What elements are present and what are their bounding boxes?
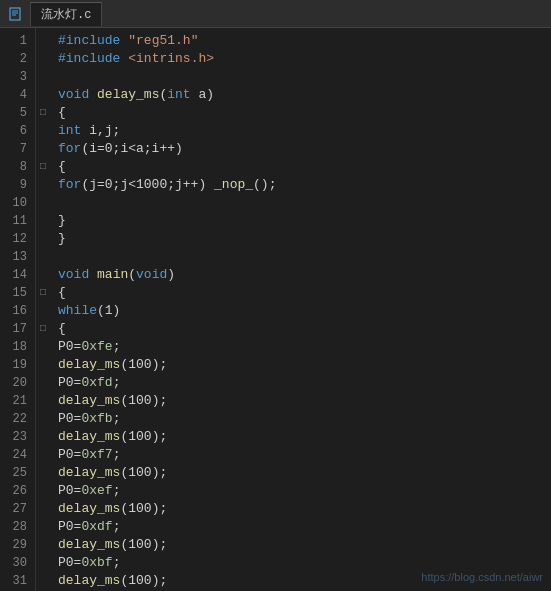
- line-number: 21: [0, 392, 35, 410]
- fold-marker: [36, 302, 50, 320]
- code-line: }: [58, 230, 551, 248]
- line-number: 5: [0, 104, 35, 122]
- fold-marker: [36, 32, 50, 50]
- fold-marker: [36, 338, 50, 356]
- code-line: delay_ms(100);: [58, 428, 551, 446]
- line-number: 27: [0, 500, 35, 518]
- code-line: }: [58, 212, 551, 230]
- code-line: #include <intrins.h>: [58, 50, 551, 68]
- line-number: 22: [0, 410, 35, 428]
- code-line: {: [58, 158, 551, 176]
- title-bar: 流水灯.c: [0, 0, 551, 28]
- code-line: P0=0xef;: [58, 482, 551, 500]
- line-number: 16: [0, 302, 35, 320]
- line-number: 2: [0, 50, 35, 68]
- fold-marker: [36, 122, 50, 140]
- line-number: 26: [0, 482, 35, 500]
- code-line: for(j=0;j<1000;j++) _nop_();: [58, 176, 551, 194]
- fold-marker: [36, 572, 50, 590]
- line-number: 4: [0, 86, 35, 104]
- fold-marker: [36, 464, 50, 482]
- code-line: delay_ms(100);: [58, 392, 551, 410]
- code-line: for(i=0;i<a;i++): [58, 140, 551, 158]
- tab[interactable]: 流水灯.c: [30, 2, 102, 26]
- code-line: P0=0xf7;: [58, 446, 551, 464]
- fold-marker: [36, 68, 50, 86]
- line-number: 15: [0, 284, 35, 302]
- line-number: 30: [0, 554, 35, 572]
- fold-gutter: □□□□□: [36, 28, 50, 591]
- fold-marker: [36, 428, 50, 446]
- fold-marker: [36, 518, 50, 536]
- fold-marker: [36, 194, 50, 212]
- code-area: #include "reg51.h"#include <intrins.h> v…: [50, 28, 551, 591]
- code-line: delay_ms(100);: [58, 536, 551, 554]
- line-number: 23: [0, 428, 35, 446]
- line-number: 6: [0, 122, 35, 140]
- fold-marker[interactable]: □: [36, 104, 50, 122]
- code-line: P0=0xbf;: [58, 554, 551, 572]
- line-number: 11: [0, 212, 35, 230]
- fold-marker: [36, 374, 50, 392]
- line-number: 28: [0, 518, 35, 536]
- fold-marker: [36, 554, 50, 572]
- code-line: {: [58, 284, 551, 302]
- line-number: 9: [0, 176, 35, 194]
- code-line: {: [58, 320, 551, 338]
- fold-marker: [36, 266, 50, 284]
- fold-marker[interactable]: □: [36, 158, 50, 176]
- line-number: 29: [0, 536, 35, 554]
- code-line: P0=0xdf;: [58, 518, 551, 536]
- line-number: 13: [0, 248, 35, 266]
- line-number: 31: [0, 572, 35, 590]
- line-number: 14: [0, 266, 35, 284]
- code-line: void main(void): [58, 266, 551, 284]
- fold-marker: [36, 482, 50, 500]
- code-line: #include "reg51.h": [58, 32, 551, 50]
- fold-marker: [36, 50, 50, 68]
- watermark: https://blog.csdn.net/aiwr: [421, 571, 543, 583]
- line-number: 12: [0, 230, 35, 248]
- line-number: 19: [0, 356, 35, 374]
- code-line: P0=0xfb;: [58, 410, 551, 428]
- code-line: void delay_ms(int a): [58, 86, 551, 104]
- fold-marker: [36, 176, 50, 194]
- line-number: 8: [0, 158, 35, 176]
- line-number: 7: [0, 140, 35, 158]
- fold-marker: [36, 248, 50, 266]
- code-line: delay_ms(100);: [58, 500, 551, 518]
- line-number: 24: [0, 446, 35, 464]
- fold-marker: [36, 356, 50, 374]
- code-line: P0=0xfe;: [58, 338, 551, 356]
- fold-marker: [36, 536, 50, 554]
- code-line: delay_ms(100);: [58, 464, 551, 482]
- fold-marker[interactable]: □: [36, 284, 50, 302]
- editor: 1234567891011121314151617181920212223242…: [0, 28, 551, 591]
- line-numbers-column: 1234567891011121314151617181920212223242…: [0, 28, 36, 591]
- code-line: {: [58, 104, 551, 122]
- line-number: 1: [0, 32, 35, 50]
- fold-marker: [36, 140, 50, 158]
- fold-marker: [36, 230, 50, 248]
- line-number: 18: [0, 338, 35, 356]
- fold-marker: [36, 446, 50, 464]
- line-number: 3: [0, 68, 35, 86]
- fold-marker[interactable]: □: [36, 320, 50, 338]
- fold-marker: [36, 392, 50, 410]
- code-line: [58, 248, 551, 266]
- fold-marker: [36, 212, 50, 230]
- file-icon: [8, 6, 24, 22]
- fold-marker: [36, 86, 50, 104]
- svg-rect-0: [10, 8, 20, 20]
- code-line: delay_ms(100);: [58, 356, 551, 374]
- line-number: 10: [0, 194, 35, 212]
- fold-marker: [36, 500, 50, 518]
- code-line: [58, 194, 551, 212]
- line-number: 17: [0, 320, 35, 338]
- line-number: 20: [0, 374, 35, 392]
- fold-marker: [36, 410, 50, 428]
- code-line: [58, 68, 551, 86]
- code-line: P0=0xfd;: [58, 374, 551, 392]
- code-line: while(1): [58, 302, 551, 320]
- line-number: 25: [0, 464, 35, 482]
